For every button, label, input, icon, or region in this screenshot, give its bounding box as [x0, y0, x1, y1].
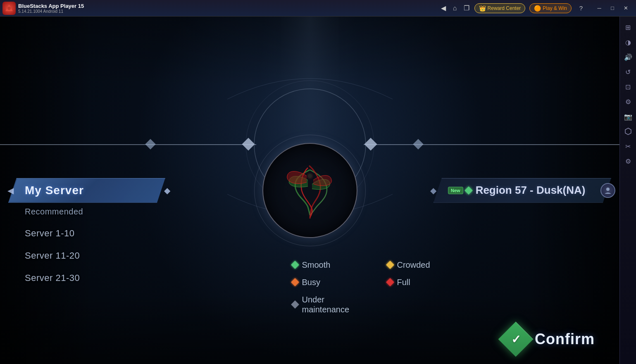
reward-center-button[interactable]: 👑 Reward Center [474, 3, 526, 13]
svg-marker-2 [625, 128, 631, 135]
maintenance-diamond-icon [291, 300, 299, 309]
new-badge: New [448, 187, 463, 194]
nav-buttons: ◀ ⌂ ❐ [439, 4, 471, 13]
maintenance-label: Undermaintenance [302, 295, 350, 314]
nav-home-button[interactable]: ⌂ [450, 4, 460, 13]
legend-crowded: Crowded [387, 260, 470, 270]
top-actions: 👑 Reward Center 🟠 Play & Win ? ─ □ ✕ [474, 2, 632, 14]
my-server-label: My Server [25, 184, 84, 197]
sidebar-icon-scissors[interactable]: ✂ [622, 140, 635, 153]
minimize-button[interactable]: ─ [593, 2, 605, 14]
region-arrow-left-icon: ◆ [430, 186, 436, 195]
crown-icon: 👑 [479, 5, 486, 12]
legend-busy: Busy [292, 277, 375, 287]
busy-label: Busy [302, 277, 320, 287]
center-circle [262, 143, 357, 238]
region-server-button[interactable]: ◆ New Region 57 - Dusk(NA) [434, 178, 611, 203]
recommended-item[interactable]: Recommended [25, 207, 83, 216]
center-ornament [252, 133, 368, 248]
legend-full: Full [387, 277, 470, 287]
app-title: BlueStacks App Player 15 5.14.21.1004 An… [18, 3, 436, 14]
svg-point-13 [308, 174, 312, 178]
close-button[interactable]: ✕ [619, 2, 632, 14]
legend: Smooth Crowded Busy Full Undermaintenanc… [292, 260, 470, 314]
play-win-icon: 🟠 [534, 5, 541, 12]
sidebar-icon-sound[interactable]: 🔊 [622, 50, 635, 64]
smooth-diamond-icon [291, 261, 299, 269]
crowded-label: Crowded [397, 260, 430, 270]
smooth-label: Smooth [302, 260, 331, 270]
full-label: Full [397, 277, 410, 287]
sidebar-icon-rotate[interactable]: ↺ [622, 65, 635, 79]
legend-maintenance: Undermaintenance [292, 295, 375, 314]
sidebar-icon-hexagon[interactable] [622, 125, 635, 138]
sidebar-icon-settings[interactable]: ⚙ [622, 95, 635, 108]
sidebar-icon-layout[interactable]: ⊡ [622, 80, 635, 93]
app-version: 5.14.21.1004 Android 11 [18, 9, 436, 14]
server-range-1[interactable]: Server 1-10 [25, 228, 83, 239]
reward-center-label: Reward Center [488, 5, 521, 11]
sidebar-icon-grid[interactable]: ⊞ [622, 21, 635, 34]
my-server-arrow-right-icon: ◆ [164, 186, 170, 195]
confirm-label: Confirm [535, 331, 595, 348]
my-server-button[interactable]: ◀ My Server ◆ [8, 178, 165, 203]
confirm-diamond-icon [498, 322, 534, 357]
play-win-button[interactable]: 🟠 Play & Win [529, 3, 572, 13]
sidebar-icon-display[interactable]: ◑ [622, 36, 635, 49]
nav-layers-button[interactable]: ❐ [462, 4, 471, 13]
server-list: Recommended Server 1-10 Server 11-20 Ser… [25, 207, 83, 283]
nav-back-button[interactable]: ◀ [439, 4, 448, 13]
svg-point-1 [7, 7, 11, 10]
app-name: BlueStacks App Player 15 [18, 3, 436, 9]
my-server-arrow-left-icon: ◀ [7, 186, 14, 195]
help-button[interactable]: ? [576, 3, 586, 14]
sidebar-icon-camera[interactable]: 📷 [622, 110, 635, 123]
dragon-art [277, 157, 343, 224]
right-sidebar: ⊞ ◑ 🔊 ↺ ⊡ ⚙ 📷 ✂ ⚙ [619, 17, 636, 364]
server-range-3[interactable]: Server 21-30 [25, 273, 83, 283]
server-range-2[interactable]: Server 11-20 [25, 250, 83, 261]
busy-diamond-icon [291, 278, 299, 286]
legend-smooth: Smooth [292, 260, 375, 270]
confirm-button[interactable]: Confirm [503, 327, 595, 352]
full-diamond-icon [386, 278, 394, 286]
sidebar-icon-gear[interactable]: ⚙ [622, 155, 635, 168]
region-label: Region 57 - Dusk(NA) [476, 184, 586, 197]
window-controls: ─ □ ✕ [593, 2, 632, 14]
title-bar: BlueStacks App Player 15 5.14.21.1004 An… [0, 0, 636, 17]
crowded-diamond-icon [386, 261, 394, 269]
svg-point-14 [606, 188, 610, 191]
game-area: ◀ My Server ◆ ◆ New Region 57 - Dusk(NA)… [0, 17, 619, 364]
app-icon [2, 2, 16, 15]
play-win-label: Play & Win [543, 5, 567, 11]
avatar-icon [600, 183, 615, 198]
maximize-button[interactable]: □ [606, 2, 619, 14]
